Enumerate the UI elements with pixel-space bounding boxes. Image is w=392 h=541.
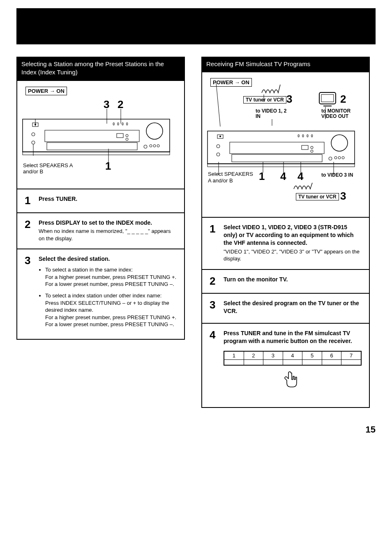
right-column: Receiving FM Simulcast TV Programs POWER… bbox=[201, 57, 370, 408]
step-number: 3 bbox=[210, 299, 218, 310]
left-column: Selecting a Station among the Preset Sta… bbox=[16, 57, 185, 340]
numeric-button[interactable]: 7 bbox=[341, 351, 361, 360]
numeric-button[interactable]: 2 bbox=[244, 351, 263, 360]
step-bullet-list: To select a station in the same index: F… bbox=[39, 266, 177, 328]
step-head: Select the desired station. bbox=[39, 255, 177, 263]
step-head: Select VIDEO 1, VIDEO 2, VIDEO 3 (STR-D9… bbox=[224, 223, 362, 247]
left-step-3: 3 Select the desired station. To select … bbox=[17, 249, 184, 338]
hand-pointer-row bbox=[224, 370, 362, 401]
list-item: To select a index station under other in… bbox=[45, 292, 177, 328]
top-header-bar bbox=[16, 8, 376, 44]
step-number: 1 bbox=[210, 223, 218, 234]
numeric-button[interactable]: 1 bbox=[224, 351, 244, 360]
left-step-1: 1 Press TUNER. bbox=[17, 189, 184, 213]
speakers-caption: Select SPEAKERS A and/or B bbox=[23, 162, 76, 175]
step-number: 1 bbox=[25, 195, 33, 206]
step-head: Press DISPLAY to set to the INDEX mode. bbox=[39, 219, 177, 227]
left-step-2: 2 Press DISPLAY to set to the INDEX mode… bbox=[17, 213, 184, 250]
right-diagram: POWER → ON TV tuner or VCR 3 2 to VIDEO … bbox=[202, 72, 369, 218]
right-step-2: 2 Turn on the monitor TV. bbox=[202, 270, 369, 294]
right-step-3: 3 Select the desired program on the TV t… bbox=[202, 294, 369, 324]
numeric-button[interactable]: 4 bbox=[283, 351, 302, 360]
numeric-button[interactable]: 5 bbox=[302, 351, 322, 360]
step-number: 3 bbox=[25, 255, 33, 266]
step-head: Select the desired program on the TV tun… bbox=[224, 299, 362, 315]
hand-pointer-icon bbox=[284, 371, 301, 390]
left-section-body: POWER → ON 3 2 1 bbox=[16, 81, 185, 340]
numeric-button-strip: 1 2 3 4 5 6 7 bbox=[224, 351, 362, 366]
left-diagram: POWER → ON 3 2 1 bbox=[17, 81, 184, 189]
step-number: 4 bbox=[210, 329, 218, 340]
page-content: Selecting a Station among the Preset Sta… bbox=[0, 44, 392, 424]
right-step-1: 1 Select VIDEO 1, VIDEO 2, VIDEO 3 (STR-… bbox=[202, 218, 369, 270]
callout-lines bbox=[202, 72, 367, 204]
step-head: Press TUNER and tune in the FM simulcast… bbox=[224, 329, 362, 345]
step-number: 2 bbox=[25, 219, 33, 230]
page-number: 15 bbox=[0, 424, 392, 443]
step-head: Press TUNER. bbox=[39, 195, 177, 203]
step-head: Turn on the monitor TV. bbox=[224, 276, 362, 283]
step-body-text: "VIDEO 1", "VIDEO 2", "VIDEO 3" or "TV" … bbox=[224, 248, 362, 262]
left-section-title: Selecting a Station among the Preset Sta… bbox=[16, 57, 185, 81]
step-number: 2 bbox=[210, 276, 218, 286]
right-section-body: POWER → ON TV tuner or VCR 3 2 to VIDEO … bbox=[201, 72, 370, 407]
svg-line-42 bbox=[216, 83, 220, 127]
numeric-button[interactable]: 6 bbox=[322, 351, 341, 360]
right-section-title: Receiving FM Simulcast TV Programs bbox=[201, 57, 370, 72]
numeric-button[interactable]: 3 bbox=[263, 351, 283, 360]
right-step-4: 4 Press TUNER and tune in the FM simulca… bbox=[202, 324, 369, 407]
callout-lines bbox=[17, 81, 182, 175]
step-body-text: When no index name is memorized, "_ _ _ … bbox=[39, 228, 177, 242]
list-item: To select a station in the same index: F… bbox=[45, 266, 177, 288]
